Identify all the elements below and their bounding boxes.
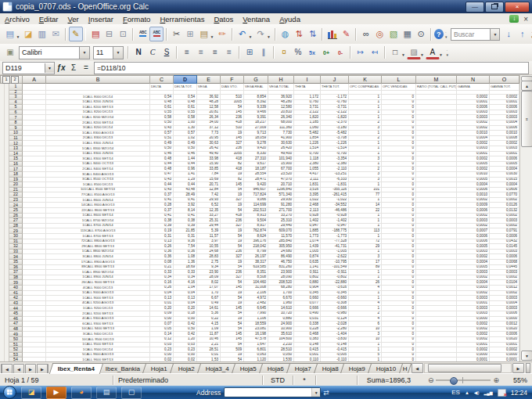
cell[interactable]: 113CALL 8700 AGO/13 bbox=[46, 228, 150, 234]
outline-level-2-button[interactable]: 2 bbox=[11, 76, 19, 84]
cell[interactable]: 9,713 bbox=[244, 131, 268, 136]
cell[interactable]: 101 bbox=[349, 188, 382, 193]
standard-format-icon[interactable]: 5x bbox=[305, 46, 319, 59]
horizontal-scrollbar[interactable]: ◀ ▶ bbox=[412, 362, 532, 374]
cell[interactable]: 54 bbox=[221, 234, 244, 239]
cell[interactable]: 0 bbox=[382, 182, 416, 188]
column-header-F[interactable]: F bbox=[221, 75, 244, 84]
cell[interactable]: 0,0006 bbox=[457, 208, 490, 214]
cell[interactable]: 8,508 bbox=[244, 275, 268, 281]
font-name-dropdown-icon[interactable]: ▼ bbox=[79, 47, 89, 59]
cell[interactable]: 26,420 bbox=[268, 146, 294, 152]
cell[interactable]: 0,31 bbox=[174, 234, 197, 239]
cell[interactable]: 0,0006 bbox=[490, 234, 519, 239]
cell[interactable] bbox=[23, 188, 46, 193]
address-dropdown-icon[interactable]: ▼ bbox=[311, 388, 320, 397]
cell[interactable]: 510 bbox=[221, 126, 244, 131]
cell[interactable]: 20,810 bbox=[268, 110, 294, 116]
cell[interactable]: 0 bbox=[382, 136, 416, 142]
cell[interactable]: 0,0002 bbox=[457, 167, 490, 172]
cell[interactable]: DELTA TOT. bbox=[174, 84, 197, 91]
vertical-scroll-thumb[interactable]: ≡ bbox=[521, 91, 532, 147]
cell[interactable]: 0,61 bbox=[174, 105, 197, 110]
address-input[interactable]: ▼ bbox=[224, 387, 321, 397]
column-header-E[interactable]: E bbox=[197, 75, 221, 84]
undo-icon[interactable]: ↶ bbox=[235, 27, 250, 41]
menu-insertar[interactable]: Insertar bbox=[84, 15, 118, 23]
cell[interactable]: 3 bbox=[349, 178, 382, 183]
cell[interactable]: 0,0003 bbox=[457, 296, 490, 301]
cell[interactable]: 8,624 bbox=[244, 234, 268, 239]
cell[interactable]: 0,345 bbox=[294, 291, 321, 297]
cell[interactable] bbox=[416, 95, 457, 100]
cell[interactable] bbox=[23, 311, 46, 317]
italic-button[interactable]: C bbox=[146, 46, 160, 59]
cell[interactable] bbox=[416, 347, 457, 353]
cell[interactable] bbox=[416, 167, 457, 172]
cell[interactable]: 104,460 bbox=[244, 280, 268, 286]
cell[interactable]: 1 bbox=[349, 291, 382, 297]
delete-decimal-icon[interactable]: 0- bbox=[333, 46, 347, 59]
cell[interactable]: 1 bbox=[349, 198, 382, 203]
cell[interactable]: 0,635 bbox=[294, 260, 321, 265]
cell[interactable] bbox=[23, 105, 46, 110]
cell[interactable]: 1 bbox=[349, 141, 382, 146]
cell[interactable]: 10CALL 9500 DIC/13 bbox=[46, 337, 150, 343]
toolbar-overflow-icon[interactable]: ·▾ bbox=[444, 28, 449, 41]
cell[interactable]: 0,947 bbox=[294, 224, 321, 229]
cell[interactable]: 29,93 bbox=[197, 198, 221, 203]
cell[interactable]: -0,947 bbox=[321, 224, 349, 229]
cell[interactable]: 2,380 bbox=[294, 162, 321, 167]
redo-icon[interactable]: ↷ bbox=[253, 27, 268, 41]
cell[interactable] bbox=[416, 322, 457, 327]
address-go-icon[interactable]: ⇄ bbox=[323, 389, 329, 397]
cell[interactable]: 8,917 bbox=[244, 224, 268, 229]
cell[interactable]: 0,0002 bbox=[457, 156, 490, 162]
cell[interactable]: 43,48 bbox=[174, 188, 197, 193]
cell[interactable]: -0,124 bbox=[321, 317, 349, 322]
cell[interactable]: 54 bbox=[221, 188, 244, 193]
cell[interactable]: 0 bbox=[382, 141, 416, 146]
cell[interactable]: 2,210 bbox=[268, 343, 294, 348]
column-header-G[interactable]: G bbox=[244, 75, 268, 84]
cell[interactable]: 10 bbox=[349, 337, 382, 343]
find-next-icon[interactable]: ↓ bbox=[501, 27, 516, 41]
cell[interactable] bbox=[416, 218, 457, 224]
cell[interactable]: 717,824 bbox=[244, 192, 268, 198]
page-preview-icon[interactable]: ⊡ bbox=[116, 27, 130, 41]
cell[interactable]: 0,0006 bbox=[457, 234, 490, 239]
cell[interactable]: 29,930 bbox=[268, 198, 294, 203]
save-icon[interactable]: ▥ bbox=[35, 27, 49, 41]
cell[interactable]: 26,340 bbox=[268, 115, 294, 120]
cell[interactable]: 762,874 bbox=[244, 228, 268, 234]
cell[interactable] bbox=[416, 301, 457, 307]
cell[interactable]: 72CALL 8800 AGO/13 bbox=[46, 239, 150, 245]
cell[interactable]: -2,110 bbox=[321, 167, 349, 172]
cell[interactable]: 0,03 bbox=[150, 343, 174, 348]
cell[interactable]: 0,0006 bbox=[490, 332, 519, 337]
cell[interactable]: 4,417 bbox=[294, 172, 321, 178]
cell[interactable]: 23,081 bbox=[244, 327, 268, 332]
align-right-icon[interactable]: ≡ bbox=[208, 46, 222, 59]
cell[interactable]: OPC VENDIDAS bbox=[382, 84, 416, 91]
cell[interactable]: 0 bbox=[382, 250, 416, 255]
cell[interactable] bbox=[416, 100, 457, 106]
cell[interactable]: 0,0006 bbox=[457, 188, 490, 193]
cell[interactable]: 3 bbox=[349, 332, 382, 337]
cell[interactable]: 0,01 bbox=[197, 353, 221, 358]
sum-icon[interactable]: Σ bbox=[67, 62, 80, 74]
cell[interactable]: 48,28 bbox=[197, 100, 221, 106]
cell[interactable]: 0,0003 bbox=[457, 311, 490, 317]
cell[interactable]: 15,900 bbox=[268, 162, 294, 167]
cell[interactable]: 0 bbox=[382, 188, 416, 193]
cell[interactable]: 1,074 bbox=[294, 239, 321, 245]
cell[interactable]: 9,466 bbox=[244, 110, 268, 116]
cell[interactable]: 5,482 bbox=[294, 131, 321, 136]
cell[interactable]: 1 bbox=[349, 110, 382, 116]
cell[interactable] bbox=[416, 224, 457, 229]
cell[interactable]: 82 bbox=[221, 178, 244, 183]
cell[interactable]: 1CALL 8200 SET/13 bbox=[46, 105, 150, 110]
cell[interactable]: 1CALL 8400 OCT/13 bbox=[46, 162, 150, 167]
cell[interactable]: 1 bbox=[349, 296, 382, 301]
cell[interactable]: 0 bbox=[382, 100, 416, 106]
